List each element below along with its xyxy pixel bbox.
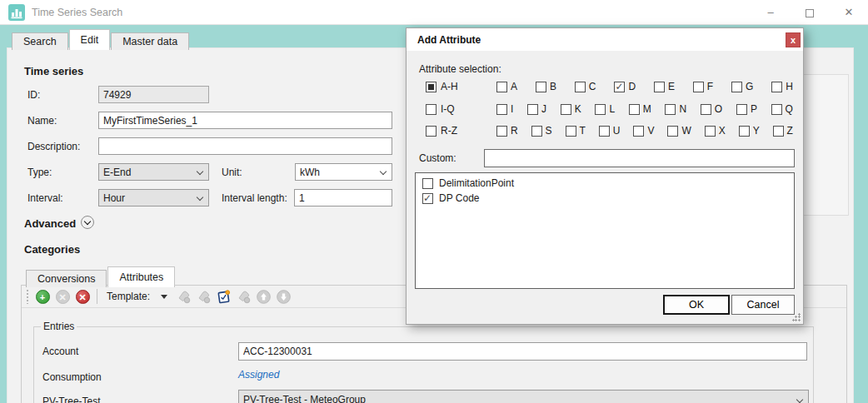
- attribute-letter-E[interactable]: E: [654, 81, 675, 92]
- letter-N-checkbox[interactable]: [665, 104, 676, 115]
- pv-tree-test-select[interactable]: PV-Tree-Test - MeteoGroup: [238, 390, 809, 403]
- custom-input[interactable]: [484, 149, 795, 167]
- add-attribute-button[interactable]: +: [34, 288, 51, 305]
- tab-edit[interactable]: Edit: [69, 29, 111, 50]
- letter-Z-checkbox[interactable]: [773, 126, 784, 137]
- group-a-h-checkbox[interactable]: [426, 82, 436, 92]
- attribute-list-item[interactable]: DP Code: [422, 191, 794, 206]
- tab-search[interactable]: Search: [12, 32, 68, 50]
- attribute-letter-S[interactable]: S: [531, 125, 552, 137]
- remove-attribute-button-disabled[interactable]: ✕: [54, 288, 71, 305]
- letter-U-checkbox[interactable]: [599, 126, 610, 137]
- letter-M-checkbox[interactable]: [629, 104, 640, 115]
- letter-label: Z: [787, 125, 793, 137]
- attribute-letter-D[interactable]: D: [614, 81, 636, 92]
- ok-button[interactable]: OK: [663, 295, 730, 315]
- letter-B-checkbox[interactable]: [536, 82, 546, 92]
- dialog-close-button[interactable]: x: [786, 32, 801, 47]
- letter-A-checkbox[interactable]: [496, 82, 507, 92]
- letter-V-checkbox[interactable]: [633, 126, 644, 137]
- letter-H-checkbox[interactable]: [771, 82, 782, 92]
- letter-R-checkbox[interactable]: [496, 126, 507, 137]
- attribute-letter-V[interactable]: V: [633, 125, 654, 137]
- attribute-letter-R[interactable]: R: [496, 125, 518, 137]
- letter-P-checkbox[interactable]: [736, 104, 747, 115]
- minimize-button[interactable]: –: [756, 0, 785, 24]
- letter-W-checkbox[interactable]: [667, 126, 678, 137]
- attribute-letter-O[interactable]: O: [701, 103, 722, 115]
- letter-S-checkbox[interactable]: [531, 126, 542, 137]
- group-i-q-checkbox[interactable]: [426, 104, 436, 115]
- save-template-button-disabled[interactable]: [175, 288, 192, 305]
- list-item-checkbox[interactable]: [422, 193, 433, 204]
- interval-select[interactable]: Hour: [98, 189, 209, 206]
- apply-template-button-disabled[interactable]: [235, 288, 252, 305]
- assigned-link[interactable]: Assigned: [238, 369, 279, 381]
- attribute-letter-L[interactable]: L: [595, 103, 615, 115]
- letter-E-checkbox[interactable]: [654, 82, 665, 92]
- attribute-letter-B[interactable]: B: [536, 81, 556, 92]
- attribute-letter-F[interactable]: F: [693, 81, 713, 92]
- attribute-letter-N[interactable]: N: [665, 103, 686, 115]
- letter-G-checkbox[interactable]: [731, 82, 742, 92]
- close-button[interactable]: ✕: [835, 0, 863, 24]
- delete-all-attributes-button[interactable]: ✕: [74, 288, 91, 305]
- attribute-letter-Y[interactable]: Y: [739, 125, 760, 137]
- template-dropdown-button[interactable]: [157, 289, 172, 304]
- group-a-h[interactable]: A-H: [426, 81, 458, 92]
- letter-D-checkbox[interactable]: [614, 82, 625, 92]
- letter-C-checkbox[interactable]: [575, 82, 586, 92]
- attribute-list[interactable]: DelimitationPointDP Code: [415, 172, 795, 289]
- tab-attributes[interactable]: Attributes: [107, 266, 175, 287]
- maximize-button[interactable]: [796, 0, 824, 24]
- description-field[interactable]: [98, 137, 392, 155]
- type-select[interactable]: E-End: [98, 163, 209, 181]
- letter-F-checkbox[interactable]: [693, 82, 704, 92]
- unit-select[interactable]: kWh: [295, 163, 392, 181]
- attribute-letter-T[interactable]: T: [566, 125, 586, 137]
- edit-template-button[interactable]: [215, 288, 232, 305]
- letter-I-checkbox[interactable]: [496, 104, 507, 115]
- letter-X-checkbox[interactable]: [705, 126, 716, 137]
- letter-Q-checkbox[interactable]: [771, 104, 782, 115]
- attribute-letter-I[interactable]: I: [496, 103, 513, 115]
- attribute-letter-H[interactable]: H: [771, 81, 793, 92]
- unit-select-value: kWh: [300, 167, 320, 178]
- attribute-letter-J[interactable]: J: [527, 103, 546, 115]
- tab-master-data[interactable]: Master data: [111, 32, 189, 50]
- attribute-letter-A[interactable]: A: [496, 81, 517, 92]
- letter-L-checkbox[interactable]: [595, 104, 606, 115]
- group-r-z[interactable]: R-Z: [426, 125, 457, 137]
- group-i-q[interactable]: I-Q: [426, 103, 455, 115]
- interval-length-field[interactable]: [294, 189, 392, 206]
- letter-O-checkbox[interactable]: [701, 104, 711, 115]
- letter-K-checkbox[interactable]: [561, 104, 571, 115]
- attribute-letter-Q[interactable]: Q: [771, 103, 793, 115]
- cancel-button[interactable]: Cancel: [731, 295, 795, 315]
- list-item-checkbox[interactable]: [422, 178, 433, 189]
- attribute-letter-G[interactable]: G: [731, 81, 753, 92]
- attribute-letter-P[interactable]: P: [736, 103, 757, 115]
- dialog-resize-grip[interactable]: [792, 313, 801, 321]
- letter-J-checkbox[interactable]: [527, 104, 538, 115]
- attribute-letter-M[interactable]: M: [629, 103, 651, 115]
- attribute-letter-K[interactable]: K: [561, 103, 581, 115]
- letter-T-checkbox[interactable]: [566, 126, 576, 137]
- account-field[interactable]: [238, 342, 807, 361]
- tab-conversions[interactable]: Conversions: [26, 270, 107, 287]
- id-field[interactable]: [98, 86, 209, 103]
- attribute-letter-C[interactable]: C: [575, 81, 596, 92]
- attribute-letter-Z[interactable]: Z: [773, 125, 793, 137]
- attribute-letter-U[interactable]: U: [599, 125, 621, 137]
- load-template-button-disabled[interactable]: [195, 288, 212, 305]
- name-field[interactable]: [98, 112, 392, 129]
- attribute-letter-W[interactable]: W: [667, 125, 691, 137]
- attribute-list-item[interactable]: DelimitationPoint: [422, 176, 794, 191]
- attribute-letter-X[interactable]: X: [705, 125, 726, 137]
- advanced-expand-button[interactable]: [81, 216, 94, 229]
- move-down-button-disabled[interactable]: [275, 288, 292, 305]
- letter-Y-checkbox[interactable]: [739, 126, 750, 137]
- group-r-z-checkbox[interactable]: [426, 126, 436, 137]
- move-up-button-disabled[interactable]: [255, 288, 272, 305]
- chevron-down-icon: [84, 218, 91, 225]
